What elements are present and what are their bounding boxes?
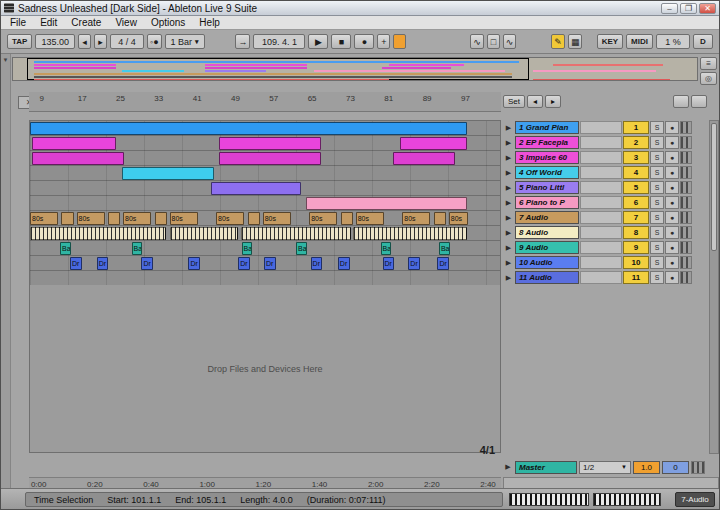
- header-icon-button-2[interactable]: [691, 95, 707, 108]
- arrangement-position-field[interactable]: 109. 4. 1: [253, 34, 305, 49]
- loop-switch-button[interactable]: □: [487, 34, 500, 49]
- track-number-badge[interactable]: 1: [623, 121, 649, 134]
- arm-record-button[interactable]: ●: [665, 211, 679, 224]
- arrangement-clip[interactable]: [30, 227, 166, 240]
- arrangement-clip[interactable]: [122, 167, 215, 180]
- solo-button[interactable]: S: [650, 181, 664, 194]
- quantization-menu[interactable]: 1 Bar ▾: [165, 34, 205, 49]
- track-lane[interactable]: [30, 166, 500, 181]
- nudge-up-button[interactable]: ▸: [94, 34, 107, 49]
- solo-button[interactable]: S: [650, 166, 664, 179]
- arrangement-clip[interactable]: Ba: [381, 242, 392, 255]
- arrangement-clip[interactable]: Dr: [264, 257, 276, 270]
- set-locator-button[interactable]: Set: [503, 95, 525, 108]
- arrangement-clip[interactable]: [219, 137, 321, 150]
- arrangement-clip[interactable]: 80s: [77, 212, 105, 225]
- solo-button[interactable]: S: [650, 211, 664, 224]
- track-name[interactable]: 3 Impulse 60: [515, 151, 579, 164]
- play-button[interactable]: ▶: [308, 34, 328, 49]
- master-track-name[interactable]: Master: [515, 461, 577, 474]
- arrangement-clip[interactable]: [219, 152, 321, 165]
- punch-wave-icon-button[interactable]: ∿: [503, 34, 517, 49]
- arm-record-button[interactable]: ●: [665, 226, 679, 239]
- follow-button[interactable]: →: [235, 34, 250, 49]
- record-button[interactable]: ●: [354, 34, 374, 49]
- arm-record-button[interactable]: ●: [665, 121, 679, 134]
- track-name[interactable]: 5 Piano Littl: [515, 181, 579, 194]
- arrangement-clip[interactable]: Ba: [439, 242, 450, 255]
- track-fold-arrow-icon[interactable]: ▶: [503, 124, 514, 132]
- arrangement-clip[interactable]: Dr: [238, 257, 250, 270]
- master-pan-field[interactable]: 0: [662, 461, 689, 474]
- menu-item-edit[interactable]: Edit: [33, 17, 64, 28]
- arrangement-clip[interactable]: [241, 227, 351, 240]
- menu-item-file[interactable]: File: [3, 17, 33, 28]
- track-fold-arrow-icon[interactable]: ▶: [503, 244, 514, 252]
- track-number-badge[interactable]: 7: [623, 211, 649, 224]
- arrangement-clips-area[interactable]: 80s80s80s80s80s80s80s80s80s80sBaBaBaBaBa…: [29, 120, 501, 285]
- arm-record-button[interactable]: ●: [665, 181, 679, 194]
- grid-icon-button[interactable]: ▦: [568, 34, 583, 49]
- master-gain-field[interactable]: 1.0: [633, 461, 660, 474]
- minimize-button[interactable]: –: [661, 3, 678, 14]
- io-show-icon[interactable]: ◎: [700, 72, 717, 85]
- vertical-scrollbar[interactable]: [709, 120, 719, 454]
- draw-wave-icon-button[interactable]: ∿: [470, 34, 484, 49]
- menu-item-view[interactable]: View: [108, 17, 144, 28]
- track-fold-arrow-icon[interactable]: ▶: [503, 199, 514, 207]
- solo-button[interactable]: S: [650, 196, 664, 209]
- draw-mode-pencil-button[interactable]: ✎: [551, 34, 565, 49]
- arm-record-button[interactable]: ●: [665, 136, 679, 149]
- arrangement-clip[interactable]: Dr: [408, 257, 420, 270]
- track-name[interactable]: 10 Audio: [515, 256, 579, 269]
- prev-locator-button[interactable]: ◂: [527, 95, 543, 108]
- arrangement-clip[interactable]: Dr: [383, 257, 395, 270]
- solo-button[interactable]: S: [650, 136, 664, 149]
- drop-zone[interactable]: Drop Files and Devices Here: [29, 285, 501, 453]
- arm-record-button[interactable]: ●: [665, 256, 679, 269]
- next-locator-button[interactable]: ▸: [545, 95, 561, 108]
- master-fold-arrow-icon[interactable]: ▶: [503, 463, 513, 471]
- key-map-button[interactable]: KEY: [597, 34, 623, 49]
- nudge-down-button[interactable]: ◂: [78, 34, 91, 49]
- arrangement-clip[interactable]: 80s: [449, 212, 468, 225]
- arrangement-clip[interactable]: [32, 152, 124, 165]
- track-number-badge[interactable]: 11: [623, 271, 649, 284]
- device-badge[interactable]: 7-Audio: [675, 492, 715, 507]
- arrangement-clip[interactable]: Dr: [311, 257, 323, 270]
- solo-button[interactable]: S: [650, 241, 664, 254]
- track-lane[interactable]: [30, 241, 500, 256]
- arrangement-clip[interactable]: [341, 212, 353, 225]
- arrangement-clip[interactable]: Dr: [70, 257, 82, 270]
- track-number-badge[interactable]: 5: [623, 181, 649, 194]
- arrangement-clip[interactable]: Dr: [338, 257, 350, 270]
- arrangement-clip[interactable]: 80s: [356, 212, 384, 225]
- arrangement-clip[interactable]: 80s: [216, 212, 244, 225]
- track-name[interactable]: 6 Piano to P: [515, 196, 579, 209]
- overview-menu-icon[interactable]: ≡: [700, 57, 717, 70]
- track-fold-arrow-icon[interactable]: ▶: [503, 184, 514, 192]
- title-bar[interactable]: Sadness Unleashed [Dark Side] - Ableton …: [1, 1, 719, 16]
- arrangement-clip[interactable]: [393, 152, 455, 165]
- tap-tempo-button[interactable]: TAP: [7, 34, 32, 49]
- arrangement-clip[interactable]: [211, 182, 300, 195]
- arm-record-button[interactable]: ●: [665, 166, 679, 179]
- overdub-button[interactable]: +: [377, 34, 390, 49]
- arrangement-clip[interactable]: [434, 212, 446, 225]
- track-number-badge[interactable]: 9: [623, 241, 649, 254]
- track-fold-arrow-icon[interactable]: ▶: [503, 229, 514, 237]
- solo-button[interactable]: S: [650, 151, 664, 164]
- maximize-button[interactable]: ❐: [680, 3, 697, 14]
- track-fold-arrow-icon[interactable]: ▶: [503, 274, 514, 282]
- arrangement-clip[interactable]: 80s: [309, 212, 337, 225]
- header-icon-button-1[interactable]: [673, 95, 689, 108]
- track-header[interactable]: ▶2 EP Facepla2S●: [503, 135, 707, 150]
- track-number-badge[interactable]: 8: [623, 226, 649, 239]
- track-header[interactable]: ▶6 Piano to P6S●: [503, 195, 707, 210]
- track-number-badge[interactable]: 6: [623, 196, 649, 209]
- arrangement-clip[interactable]: 80s: [402, 212, 430, 225]
- track-number-badge[interactable]: 4: [623, 166, 649, 179]
- solo-button[interactable]: S: [650, 256, 664, 269]
- arrangement-clip[interactable]: 80s: [170, 212, 198, 225]
- arrangement-clip[interactable]: [353, 227, 467, 240]
